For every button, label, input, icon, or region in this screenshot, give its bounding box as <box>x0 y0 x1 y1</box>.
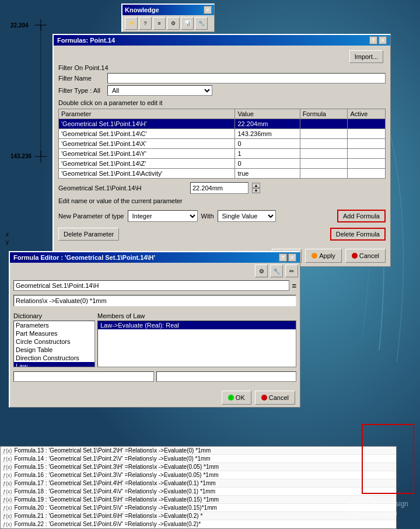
table-cell-param: 'Geometrical Set.1\Point.14\H' <box>59 119 235 129</box>
table-cell-active <box>348 169 386 179</box>
svg-text:x: x <box>6 231 9 238</box>
fe-help-btn[interactable]: ? <box>279 253 287 262</box>
fe-bottom-inputs <box>10 370 300 384</box>
formula-text: Formula.18 : 'Geometrical Set.1\Point.4\… <box>15 488 216 495</box>
fe-members-list[interactable]: Law->Evaluate (Real): Real <box>97 321 296 367</box>
knowledge-icon-1[interactable]: ⚡ <box>125 17 138 30</box>
formula-text: Formula.21 : 'Geometrical Set.1\Point.6\… <box>15 513 203 519</box>
formulas-titlebar: Formulas: Point.14 ? × <box>54 35 390 46</box>
table-row[interactable]: 'Geometrical Set.1\Point.14\H'22.204mm <box>59 119 386 129</box>
list-item: ƒ(x)Formula.16 : 'Geometrical Set.1\Poin… <box>1 471 396 479</box>
fe-header-icons: ⚙ 🔧 ✏ <box>10 263 300 279</box>
add-formula-button[interactable]: Add Formula <box>337 210 386 222</box>
knowledge-toolbar: Knowledge × ⚡ ? ≡ ⚙ 📊 🔧 <box>121 4 215 32</box>
table-row[interactable]: 'Geometrical Set.1\Point.14\X'0 <box>59 139 386 149</box>
formula-icon: ƒ(x) <box>3 472 12 478</box>
fe-cancel-button[interactable]: Cancel <box>255 391 295 405</box>
fe-bottom-input-1[interactable] <box>13 371 154 382</box>
table-cell-formula <box>300 119 348 129</box>
formula-list: ƒ(x)Formula.13 : 'Geometrical Set.1\Poin… <box>0 446 397 529</box>
dict-item[interactable]: Law <box>14 362 94 367</box>
fe-icon-2[interactable]: 🔧 <box>270 264 283 277</box>
formula-icon: ƒ(x) <box>3 521 12 527</box>
fe-dictionary-label: Dictionary <box>13 312 95 319</box>
watermark-text: 微信号: Flea-design <box>347 499 408 509</box>
dict-item[interactable]: Parameters <box>14 321 94 329</box>
fe-close-btn[interactable]: × <box>288 253 296 262</box>
table-row[interactable]: 'Geometrical Set.1\Point.14\Activity'tru… <box>59 169 386 179</box>
delete-param-button[interactable]: Delete Parameter <box>58 228 119 241</box>
fe-icon-1[interactable]: ⚙ <box>255 264 268 277</box>
filter-name-input[interactable] <box>107 73 386 83</box>
formula-icon: ƒ(x) <box>3 456 12 462</box>
knowledge-close-btn[interactable]: × <box>204 6 212 14</box>
table-cell-value: true <box>235 169 300 179</box>
knowledge-icon-3[interactable]: ≡ <box>153 17 166 30</box>
spin-up-btn[interactable]: ▲ <box>252 183 260 188</box>
import-btn-area: Import... <box>58 49 386 64</box>
formula-text: Formula.22 : 'Geometrical Set.1\Point.6\… <box>15 521 201 527</box>
import-button[interactable]: Import... <box>349 50 383 63</box>
apply-orange-dot <box>312 253 317 259</box>
fe-ok-green-dot <box>228 395 234 401</box>
table-cell-active <box>348 119 386 129</box>
spin-down-btn[interactable]: ▼ <box>252 188 260 193</box>
knowledge-icons-bar: ⚡ ? ≡ ⚙ 📊 🔧 <box>123 15 214 32</box>
fe-icon-3[interactable]: ✏ <box>285 264 298 277</box>
filter-section: Filter On Point.14 Filter Name Filter Ty… <box>58 64 386 96</box>
formulas-dialog: Formulas: Point.14 ? × Import... Filter … <box>52 34 391 267</box>
table-cell-active <box>348 139 386 149</box>
formula-icon: ƒ(x) <box>3 497 12 503</box>
delete-row: Delete Parameter Delete Formula <box>58 228 386 241</box>
filter-type-select[interactable]: All <box>107 85 212 96</box>
fe-param-input[interactable] <box>13 280 289 291</box>
param-type-select[interactable]: Integer Real String Boolean <box>128 210 198 222</box>
knowledge-icon-4[interactable]: ⚙ <box>167 17 180 30</box>
table-cell-active <box>348 159 386 169</box>
formula-icon: ƒ(x) <box>3 513 12 519</box>
table-cell-value: 1 <box>235 149 300 159</box>
fe-formula-input[interactable] <box>13 295 296 307</box>
dict-item[interactable]: Direction Constructors <box>14 354 94 362</box>
apply-label: Apply <box>319 252 335 259</box>
list-item: ƒ(x)Formula.22 : 'Geometrical Set.1\Poin… <box>1 520 396 528</box>
table-cell-formula <box>300 149 348 159</box>
formula-editor-title: Formula Editor : 'Geometrical Set.1\Poin… <box>13 254 155 261</box>
fe-equals: = <box>292 281 296 290</box>
knowledge-icon-5[interactable]: 📊 <box>181 17 194 30</box>
list-item: ƒ(x)Formula.15 : 'Geometrical Set.1\Poin… <box>1 463 396 471</box>
cancel-red-dot <box>352 253 358 259</box>
fe-dictionary-list[interactable]: ParametersPart MeasuresCircle Constructo… <box>13 321 95 367</box>
table-row[interactable]: 'Geometrical Set.1\Point.14\Z'0 <box>59 159 386 169</box>
fe-cancel-label: Cancel <box>269 394 289 401</box>
np-label: New Parameter of type <box>58 213 124 220</box>
table-cell-value: 22.204mm <box>235 119 300 129</box>
svg-text:22.204: 22.204 <box>10 22 29 29</box>
formula-icon: ƒ(x) <box>3 489 12 495</box>
delete-formula-button[interactable]: Delete Formula <box>330 228 386 241</box>
dict-item[interactable]: Part Measures <box>14 329 94 337</box>
fe-ok-button[interactable]: OK <box>222 391 251 405</box>
knowledge-icon-2[interactable]: ? <box>139 17 152 30</box>
apply-button[interactable]: Apply <box>305 249 342 263</box>
value-type-select[interactable]: Single Value Range <box>218 210 276 222</box>
table-cell-active <box>348 129 386 139</box>
member-item[interactable]: Law->Evaluate (Real): Real <box>98 321 296 329</box>
formula-icon: ƒ(x) <box>3 481 12 486</box>
table-row[interactable]: 'Geometrical Set.1\Point.14\Y'1 <box>59 149 386 159</box>
dict-item[interactable]: Circle Constructors <box>14 337 94 346</box>
table-row[interactable]: 'Geometrical Set.1\Point.14\C'143.236mm <box>59 129 386 139</box>
fe-bottom-input-2[interactable] <box>156 371 297 382</box>
knowledge-icon-6[interactable]: 🔧 <box>195 17 208 30</box>
formulas-dialog-body: Import... Filter On Point.14 Filter Name… <box>54 46 390 266</box>
formulas-title: Formulas: Point.14 <box>57 37 115 44</box>
fe-bottom-buttons: OK Cancel <box>10 388 300 407</box>
table-cell-formula <box>300 139 348 149</box>
formulas-close-btn[interactable]: × <box>379 36 387 44</box>
fe-param-row: = <box>10 279 300 292</box>
formulas-help-btn[interactable]: ? <box>369 36 377 44</box>
cancel-button[interactable]: Cancel <box>345 249 386 263</box>
edit-value-input[interactable] <box>190 182 249 194</box>
parameter-table: Parameter Value Formula Active 'Geometri… <box>58 109 386 179</box>
dict-item[interactable]: Design Table <box>14 346 94 354</box>
